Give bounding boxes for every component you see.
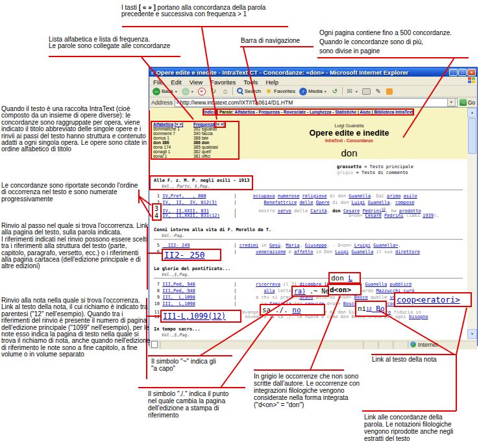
concordance-word-link[interactable]: Guanella: [349, 193, 371, 199]
toolbar-button-search[interactable]: Search: [234, 86, 263, 96]
menu-item-view[interactable]: View: [186, 79, 206, 86]
scroll-down-button[interactable]: ▼: [467, 329, 477, 339]
concordance-word-link[interactable]: Giuseppe: [305, 243, 327, 248]
word-link[interactable]: dommatiche: [153, 127, 176, 131]
passage-ref-link[interactable]: IV, II,XXII, 831(12): [162, 213, 234, 218]
concordance-word-link[interactable]: Opere: [316, 200, 330, 205]
concordance-word-link[interactable]: religiose: [302, 193, 327, 199]
toolbar-button-favorites[interactable]: ★Favorites: [263, 86, 297, 96]
concordance-word-link[interactable]: Guanella>: [373, 243, 398, 248]
minimize-button[interactable]: _: [449, 69, 458, 76]
toolbar-button-print[interactable]: [360, 86, 373, 96]
toolbar-button-history[interactable]: ↺: [329, 86, 341, 96]
menu-item-help[interactable]: Help: [262, 79, 282, 86]
word-list-item: dommemi 7: [153, 131, 193, 136]
concordance-word-link[interactable]: bisogno: [409, 314, 428, 319]
nav-link-rovesciate[interactable]: Rovesciate: [284, 110, 306, 114]
address-input[interactable]: e http://www.intratext.com/IXT/ITA0614/D…: [175, 98, 458, 107]
menu-item-favorites[interactable]: Favorites: [206, 79, 240, 86]
word-link[interactable]: dona: [153, 145, 162, 149]
maximize-button[interactable]: □: [458, 69, 467, 76]
concordance-word-link[interactable]: L<uigi: [354, 243, 371, 248]
concordance-word-link[interactable]: Guanella: [368, 200, 390, 205]
menu-item-tools[interactable]: Tools: [240, 79, 262, 86]
prev-next-word-buttons[interactable]: [« »]: [175, 122, 183, 127]
passage-ref-link[interactable]: III,Ped, 948: [162, 288, 234, 293]
passage-ref-link[interactable]: III, L,1098: [162, 301, 234, 306]
nav-link-statistiche[interactable]: Statistiche: [335, 110, 356, 114]
menu-item-edit[interactable]: Edit: [167, 79, 185, 86]
word-link[interactable]: Bo: [372, 305, 385, 313]
concordance-text: [240, 213, 349, 218]
word-link[interactable]: donagli: [153, 149, 167, 154]
word-link[interactable]: coop<eratori>: [397, 295, 460, 305]
concordance-word-link[interactable]: Pedrini: [384, 213, 404, 218]
word-link[interactable]: faccia: [202, 131, 213, 136]
nav-link-biblioteca-intratext[interactable]: Biblioteca IntraText: [374, 110, 413, 114]
ref-link[interactable]: II2- 250: [164, 250, 205, 260]
concordance-word-link[interactable]: Benefattrice: [264, 200, 297, 205]
address-dropdown-button[interactable]: ▼: [447, 98, 456, 106]
concordance-word-link[interactable]: alla: [264, 288, 275, 293]
concordance-word-link[interactable]: Guanella: [365, 282, 387, 287]
word-link[interactable]: domus: [153, 136, 166, 140]
concordance-word-link[interactable]: asilo: [404, 193, 417, 199]
word-list-title-link[interactable]: Frequenza: [193, 122, 215, 127]
word-link[interactable]: sguardo: [202, 127, 217, 131]
note-ref-link[interactable]: II1-L,1099(12): [163, 312, 226, 321]
concordance-word-link[interactable]: ricorreva: [256, 282, 280, 287]
toolbar-button-mail[interactable]: ✉▼: [344, 86, 360, 96]
nav-link-alfabetica[interactable]: Alfabetica: [235, 110, 255, 114]
passage-ref-link[interactable]: III, L,1098: [162, 295, 234, 300]
passage-ref-link[interactable]: III,Ped, 948: [162, 282, 234, 287]
word-link[interactable]: no: [292, 306, 301, 314]
concordance-word-link[interactable]: 1939: [423, 213, 434, 218]
toolbar-button-refresh[interactable]: ↻: [208, 86, 219, 96]
concordance-word-link[interactable]: compose: [395, 200, 415, 205]
concordance-word-link[interactable]: Bosco: [354, 295, 368, 300]
concordance-word-link[interactable]: Guanella: [352, 249, 374, 255]
word-link[interactable]: ra): [294, 288, 306, 295]
toolbar-button-home[interactable]: ⌂: [219, 86, 231, 96]
toolbar-button-back[interactable]: ←Back▼: [151, 86, 180, 96]
close-button[interactable]: ×: [467, 69, 476, 76]
scroll-thumb[interactable]: [468, 118, 476, 154]
concordance-word-link[interactable]: Luigi: [335, 249, 349, 255]
toolbar-button-forward[interactable]: →▼: [180, 86, 196, 96]
word-link[interactable]: donai: [153, 154, 164, 158]
note-number-link[interactable]: 12: [366, 306, 371, 312]
passage-ref-link[interactable]: IV, II, IV, 812(3): [162, 200, 234, 205]
concordance-word-link[interactable]: primo: [387, 193, 400, 199]
nav-link-aiuto[interactable]: Aiuto: [360, 110, 371, 114]
toolbar-button-media[interactable]: ♪Media▼: [297, 86, 329, 96]
passage-ref-link[interactable]: II2- 249: [162, 243, 234, 248]
concordance-word-link[interactable]: Maria: [286, 243, 299, 248]
concordance-word-link[interactable]: credimi: [240, 243, 259, 248]
concordance-word-link[interactable]: direttore: [395, 249, 420, 255]
word-list-title-link[interactable]: Alfabetica: [153, 122, 173, 127]
concordance-word-link[interactable]: Luigi: [351, 200, 365, 205]
passage-ref-link[interactable]: IV,Pref, , 808: [162, 193, 234, 199]
nav-link-frequenza[interactable]: Frequenza: [258, 110, 280, 114]
word-link[interactable]: uffici: [202, 154, 210, 158]
toolbar-button-stop[interactable]: ×: [196, 86, 208, 96]
prev-next-word-buttons[interactable]: [« »]: [215, 122, 224, 127]
concordance-word-link[interactable]: venerazione: [256, 249, 286, 255]
word-link[interactable]: L: [349, 274, 353, 282]
nav-link-lunghezza[interactable]: Lunghezza: [310, 110, 332, 114]
scroll-up-button[interactable]: ▲: [467, 108, 477, 118]
concordance-word-link[interactable]: numerose: [278, 193, 300, 199]
concordance-word-link[interactable]: occupava: [253, 193, 275, 199]
concordance-word-link[interactable]: Cesare: [365, 213, 382, 218]
menu-item-file[interactable]: File: [149, 79, 167, 86]
legend-row: grassetto = Testo principale: [337, 164, 413, 170]
concordance-word-link[interactable]: pubblicò: [390, 282, 412, 287]
word-link[interactable]: dommemi: [153, 131, 172, 136]
concordance-word-link[interactable]: delle: [299, 200, 313, 205]
go-button[interactable]: → Go: [460, 99, 475, 106]
concordance-word-link[interactable]: Gesù: [269, 243, 280, 248]
toolbar-button-discuss[interactable]: [384, 86, 395, 96]
toolbar-button-edit[interactable]: ✎: [373, 86, 384, 96]
nav-link-indice[interactable]: Indice: [204, 110, 216, 114]
concordance-word-link[interactable]: affetto: [294, 249, 313, 255]
